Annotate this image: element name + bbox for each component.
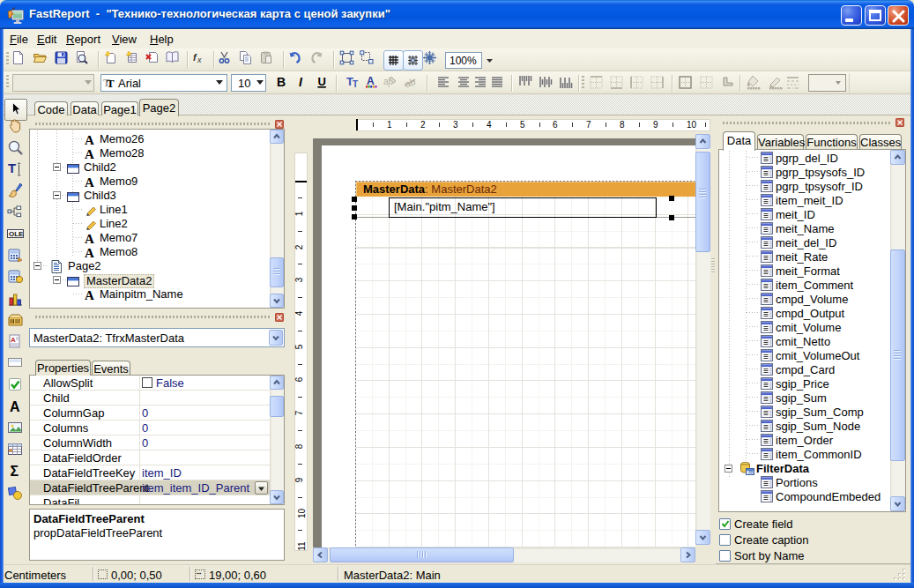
svg-text:A: A xyxy=(11,336,16,344)
svg-text:I: I xyxy=(299,75,303,89)
svg-text:x: x xyxy=(197,56,202,64)
svg-text:A: A xyxy=(367,75,375,87)
svg-text:Σ: Σ xyxy=(11,464,19,479)
svg-text:T: T xyxy=(8,160,16,175)
svg-text:T: T xyxy=(353,79,358,89)
svg-text:OLE: OLE xyxy=(9,230,24,238)
svg-text:A: A xyxy=(10,399,20,414)
svg-text:B: B xyxy=(277,75,286,89)
svg-text:U: U xyxy=(318,75,326,88)
